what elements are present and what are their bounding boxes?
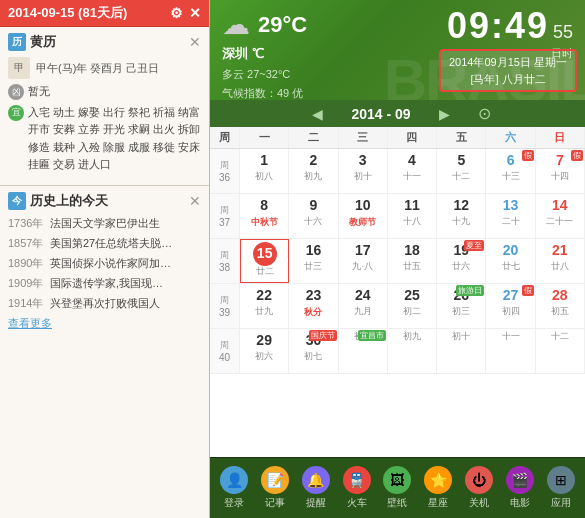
view-more-link[interactable]: 查看更多	[8, 317, 52, 329]
toolbar-item-train[interactable]: 🚆 火车	[339, 464, 375, 512]
main-date: 24	[355, 286, 371, 306]
gear-icon[interactable]: ⚙	[170, 5, 183, 21]
ji-text: 暂无	[28, 83, 50, 101]
huangli-section: 历 黄历 ✕ 甲 甲午(马)年 癸酉月 己丑日 凶 暂无 宜 入宅 动土 嫁娶 …	[0, 27, 209, 186]
list-item[interactable]: 29初六	[240, 329, 289, 373]
history-icon: 今	[8, 192, 26, 210]
week-number-cell: 周36	[210, 149, 240, 193]
top-bar: 2014-09-15 (81天后) ⚙ ✕	[0, 0, 209, 27]
remind-label: 提醒	[306, 496, 326, 510]
week-number: 40	[219, 352, 230, 363]
list-item[interactable]: 9十六	[289, 194, 338, 238]
date-highlight-box: 2014年09月15日 星期一 [马年] 八月廿二	[439, 49, 577, 92]
main-date: 4	[408, 151, 416, 171]
lunar-date: 初六	[255, 351, 273, 362]
calendar-grid: 周 一 二 三 四 五 六 日 周361初八2初九3初十4十一5十二假6十三假7…	[210, 127, 585, 457]
history-title-text: 历史上的今天	[30, 192, 108, 210]
main-date: 16	[306, 241, 322, 261]
toolbar-item-remind[interactable]: 🔔 提醒	[298, 464, 334, 512]
cal-nav-title: 2014 - 09	[351, 106, 410, 122]
list-item[interactable]: 11十八	[388, 194, 437, 238]
wallpaper-icon: 🖼	[383, 466, 411, 494]
lunar-date: 廿二	[256, 266, 274, 277]
history-header: 今 历史上的今天 ✕	[8, 192, 201, 210]
list-item[interactable]: 4十一	[388, 149, 437, 193]
list-item[interactable]: 初十	[437, 329, 486, 373]
main-date: 29	[256, 331, 272, 351]
week-number: 36	[219, 172, 230, 183]
list-item[interactable]: 夏至19廿六	[437, 239, 486, 283]
main-date: 20	[503, 241, 519, 261]
header-mon: 一	[240, 127, 289, 148]
list-item[interactable]: 18廿五	[388, 239, 437, 283]
cal-nav-extra-icon[interactable]: ⊙	[478, 104, 491, 123]
note-label: 记事	[265, 496, 285, 510]
cal-prev-btn[interactable]: ◀	[304, 106, 331, 122]
list-item[interactable]: 1初八	[240, 149, 289, 193]
list-item[interactable]: 15廿二	[240, 239, 289, 283]
toolbar-item-login[interactable]: 👤 登录	[216, 464, 252, 512]
toolbar-item-wallpaper[interactable]: 🖼 壁纸	[379, 464, 415, 512]
holiday-badge: 宜昌市	[358, 330, 386, 341]
main-date: 8	[260, 196, 268, 216]
list-item[interactable]: 2初九	[289, 149, 338, 193]
list-item[interactable]: 23秋分	[289, 284, 338, 328]
history-content: 兴登堡再次打败俄国人	[50, 296, 201, 311]
list-item[interactable]: 5十二	[437, 149, 486, 193]
history-content: 英国侦探小说作家阿加…	[50, 256, 201, 271]
close-icon[interactable]: ✕	[189, 5, 201, 21]
list-item[interactable]: 20廿七	[486, 239, 535, 283]
ji-icon: 凶	[8, 84, 24, 100]
bottom-toolbar: 👤 登录 📝 记事 🔔 提醒 🚆 火车 🖼 壁纸 ⭐ 星座 ⏻ 关机 🎬 电影 …	[210, 457, 585, 518]
list-item[interactable]: 25初二	[388, 284, 437, 328]
toolbar-item-movie[interactable]: 🎬 电影	[502, 464, 538, 512]
table-row: 周3815廿二16廿三17九·八18廿五夏至19廿六20廿七21廿八	[210, 239, 585, 284]
history-title: 今 历史上的今天	[8, 192, 108, 210]
list-item[interactable]: 10教师节	[339, 194, 388, 238]
cal-next-btn[interactable]: ▶	[431, 106, 458, 122]
movie-icon: 🎬	[506, 466, 534, 494]
list-item[interactable]: 12十九	[437, 194, 486, 238]
list-item[interactable]: 28初五	[536, 284, 585, 328]
list-item[interactable]: 24九月	[339, 284, 388, 328]
list-item[interactable]: 8中秋节	[240, 194, 289, 238]
history-close[interactable]: ✕	[189, 193, 201, 209]
history-year: 1890年	[8, 256, 44, 271]
list-item[interactable]: 国庆节30初七	[289, 329, 338, 373]
main-date: 15	[257, 244, 273, 264]
lunar-date: 廿三	[304, 261, 322, 272]
power-label: 关机	[469, 496, 489, 510]
list-item[interactable]: 22廿九	[240, 284, 289, 328]
week-number-cell: 周40	[210, 329, 240, 373]
toolbar-item-star[interactable]: ⭐ 星座	[420, 464, 456, 512]
list-item[interactable]: 宜昌市初八	[339, 329, 388, 373]
toolbar-item-note[interactable]: 📝 记事	[257, 464, 293, 512]
lunar-date: 十三	[502, 171, 520, 182]
list-item[interactable]: 十一	[486, 329, 535, 373]
list-item[interactable]: 假7十四	[536, 149, 585, 193]
list-item[interactable]: 初九	[388, 329, 437, 373]
history-content: 国际遗传学家,我国现…	[50, 276, 201, 291]
main-date: 27	[503, 286, 519, 306]
list-item[interactable]: 21廿八	[536, 239, 585, 283]
header-sun: 日	[536, 127, 585, 148]
list-item[interactable]: 假27初四	[486, 284, 535, 328]
lunar-date: 廿八	[551, 261, 569, 272]
lunar-date: 十六	[304, 216, 322, 227]
list-item[interactable]: 16廿三	[289, 239, 338, 283]
list-item[interactable]: 假6十三	[486, 149, 535, 193]
list-item[interactable]: 17九·八	[339, 239, 388, 283]
main-date: 2	[310, 151, 318, 171]
list-item[interactable]: 旅游日26初三	[437, 284, 486, 328]
huangli-header: 历 黄历 ✕	[8, 33, 201, 51]
list-item[interactable]: 十二	[536, 329, 585, 373]
list-item[interactable]: 13二十	[486, 194, 535, 238]
list-item[interactable]: 3初十	[339, 149, 388, 193]
list-item[interactable]: 14二十一	[536, 194, 585, 238]
lunar-date: 廿七	[502, 261, 520, 272]
toolbar-item-apps[interactable]: ⊞ 应用	[543, 464, 579, 512]
huangli-close[interactable]: ✕	[189, 34, 201, 50]
history-content: 美国第27任总统塔夫脱…	[50, 236, 201, 251]
toolbar-item-power[interactable]: ⏻ 关机	[461, 464, 497, 512]
weather-range: 多云 27~32°C	[222, 67, 307, 82]
